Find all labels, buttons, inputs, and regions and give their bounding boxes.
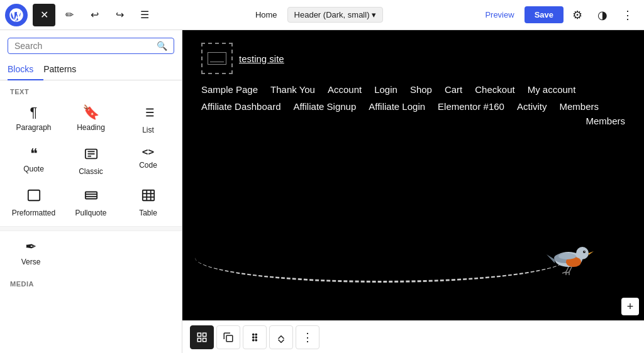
draw-button[interactable]: ✏ — [58, 4, 80, 26]
sidebar: 🔍 Blocks Patterns TEXT ¶ Paragraph 🔖 Hea… — [0, 30, 182, 353]
nav-affiliate-dashboard[interactable]: Affiliate Dashboard — [201, 101, 280, 112]
nav-affiliate-login[interactable]: Affiliate Login — [369, 101, 425, 112]
svg-rect-37 — [203, 338, 206, 341]
svg-rect-11 — [85, 192, 96, 199]
svg-marker-26 — [547, 254, 555, 263]
verse-label: Verse — [21, 258, 41, 266]
list-view-button[interactable]: ☰ — [133, 4, 156, 26]
blocks-grid: ¶ Paragraph 🔖 Heading — [0, 99, 182, 224]
section-text-label: TEXT — [0, 80, 182, 99]
block-code[interactable]: <> Code — [119, 141, 177, 182]
svg-line-29 — [569, 267, 572, 272]
nav-cart[interactable]: Cart — [445, 84, 462, 95]
tab-patterns[interactable]: Patterns — [43, 59, 86, 80]
svg-point-23 — [584, 251, 585, 252]
wp-logo[interactable] — [5, 4, 28, 26]
nav-account[interactable]: Account — [328, 84, 362, 95]
svg-point-41 — [253, 336, 254, 337]
move-up-down-button[interactable] — [269, 325, 293, 349]
svg-rect-34 — [197, 333, 201, 336]
logo-inner — [208, 52, 226, 65]
svg-point-42 — [255, 336, 257, 337]
table-label: Table — [139, 209, 157, 217]
svg-rect-14 — [142, 190, 153, 201]
save-button[interactable]: Save — [525, 6, 564, 23]
pullquote-label: Pullquote — [75, 209, 106, 217]
svg-line-32 — [565, 272, 569, 273]
nav-login[interactable]: Login — [374, 84, 397, 95]
search-input[interactable] — [14, 41, 153, 51]
svg-rect-35 — [203, 333, 206, 336]
svg-point-19 — [555, 252, 582, 267]
nav-elementor[interactable]: Elementor #160 — [438, 101, 504, 112]
nav-activity[interactable]: Activity — [517, 101, 547, 112]
block-paragraph[interactable]: ¶ Paragraph — [5, 99, 62, 141]
block-verse[interactable]: ✒ Verse — [3, 234, 59, 273]
block-more-options-button[interactable]: ⋮ — [296, 325, 319, 349]
drag-handle-button[interactable] — [243, 325, 267, 349]
block-pullquote[interactable]: Pullquote — [62, 182, 119, 224]
svg-point-22 — [583, 251, 586, 253]
block-heading[interactable]: 🔖 Heading — [62, 99, 119, 141]
site-header: testing site Sample Page Thank You Accou… — [182, 30, 644, 139]
nav-affiliate-signup[interactable]: Affiliate Signup — [293, 101, 356, 112]
canvas-area: testing site Sample Page Thank You Accou… — [182, 30, 644, 353]
chevron-down-icon: ▾ — [372, 10, 376, 19]
logo-placeholder — [201, 43, 233, 74]
search-box: 🔍 — [0, 30, 182, 59]
code-icon: <> — [142, 147, 154, 157]
search-input-wrap[interactable]: 🔍 — [8, 38, 174, 54]
canvas-frame[interactable]: testing site Sample Page Thank You Accou… — [182, 30, 644, 320]
block-list[interactable]: List — [119, 99, 177, 141]
svg-line-28 — [566, 267, 569, 272]
tab-blocks[interactable]: Blocks — [8, 59, 43, 80]
nav-members[interactable]: Members — [559, 101, 599, 112]
close-button[interactable]: ✕ — [33, 4, 55, 26]
classic-icon — [84, 147, 98, 163]
nav-row-3: Members — [201, 116, 625, 126]
settings-icon[interactable]: ⚙ — [566, 4, 589, 26]
heading-icon: 🔖 — [82, 106, 99, 119]
more-options-icon[interactable]: ⋮ — [616, 4, 639, 26]
nav-thank-you[interactable]: Thank You — [270, 84, 315, 95]
heading-label: Heading — [77, 123, 105, 132]
quote-icon: ❝ — [30, 147, 38, 161]
svg-point-25 — [566, 257, 581, 267]
svg-point-39 — [253, 334, 254, 335]
nav-row-2: Affiliate Dashboard Affiliate Signup Aff… — [201, 101, 625, 112]
nav-my-account[interactable]: My account — [528, 84, 576, 95]
bird-image — [543, 236, 594, 280]
theme-toggle-icon[interactable]: ◑ — [591, 4, 614, 26]
divider — [0, 226, 182, 231]
svg-line-30 — [562, 272, 566, 273]
nav-shop[interactable]: Shop — [410, 84, 432, 95]
svg-point-20 — [576, 247, 589, 259]
table-icon — [142, 188, 155, 205]
header-context-pill[interactable]: Header (Dark, small) ▾ — [287, 7, 384, 23]
canvas-plus-button[interactable]: + — [621, 298, 639, 315]
main-area: 🔍 Blocks Patterns TEXT ¶ Paragraph 🔖 Hea… — [0, 30, 644, 353]
undo-button[interactable]: ↩ — [83, 4, 106, 26]
redo-button[interactable]: ↪ — [108, 4, 131, 26]
dashed-arc — [195, 232, 569, 283]
site-logo-row: testing site — [201, 43, 625, 74]
svg-point-24 — [554, 253, 577, 263]
block-quote[interactable]: ❝ Quote — [5, 141, 62, 182]
block-table[interactable]: Table — [119, 182, 177, 224]
block-preformatted[interactable]: Preformatted — [5, 182, 62, 224]
preformatted-icon — [27, 188, 41, 205]
nav-members-2[interactable]: Members — [586, 116, 625, 126]
site-name[interactable]: testing site — [239, 53, 284, 64]
home-breadcrumb[interactable]: Home — [250, 8, 282, 22]
preformatted-label: Preformatted — [12, 209, 55, 217]
preview-button[interactable]: Preview — [477, 6, 521, 23]
nav-checkout[interactable]: Checkout — [475, 84, 514, 95]
block-select-button[interactable] — [190, 325, 214, 349]
quote-label: Quote — [23, 165, 44, 173]
block-classic[interactable]: Classic — [62, 141, 119, 182]
duplicate-button[interactable] — [216, 325, 240, 349]
section-media-label: MEDIA — [0, 273, 182, 291]
svg-rect-36 — [197, 338, 201, 341]
nav-sample-page[interactable]: Sample Page — [201, 84, 258, 95]
svg-rect-38 — [226, 335, 233, 342]
